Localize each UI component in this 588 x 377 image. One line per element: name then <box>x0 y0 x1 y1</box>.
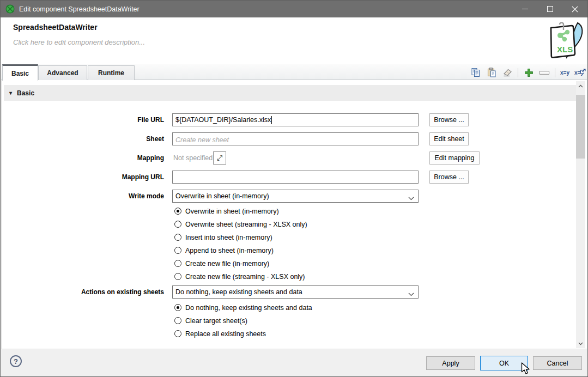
mapping-expand-button[interactable]: ⤢ <box>213 151 226 165</box>
basic-tab-content: ▾ Basic File URL ${DATAOUT_DIR}/Salaries… <box>1 80 587 349</box>
remove-icon[interactable] <box>539 67 550 78</box>
properties-toolbar: x=y x=y <box>470 66 584 79</box>
expand-icon: ⤢ <box>217 154 222 162</box>
help-icon: ? <box>14 357 18 366</box>
radio-button <box>174 221 181 228</box>
collapse-triangle-icon: ▾ <box>9 90 12 96</box>
window-title: Edit component SpreadsheetDataWriter <box>19 5 140 13</box>
radio-button <box>174 234 181 241</box>
scrollbar-thumb[interactable] <box>576 95 585 159</box>
component-header: SpreadsheetDataWriter Click here to edit… <box>1 17 587 64</box>
minimize-button[interactable] <box>512 1 537 17</box>
scroll-up-button[interactable] <box>576 81 585 90</box>
write-mode-label: Write mode <box>2 192 164 200</box>
minimize-icon <box>522 6 528 12</box>
cancel-button[interactable]: Cancel <box>533 356 582 370</box>
edit-sheet-button[interactable]: Edit sheet <box>429 132 469 145</box>
close-icon <box>572 6 578 13</box>
scroll-down-button[interactable] <box>576 339 585 348</box>
simple-mapping-icon[interactable]: x=y <box>560 70 569 76</box>
mapping-url-input[interactable] <box>172 171 419 184</box>
chevron-down-icon <box>408 290 414 298</box>
radio-overwrite-in-sheet[interactable]: Overwrite in sheet (in-memory) <box>174 207 279 215</box>
file-url-input[interactable]: ${DATAOUT_DIR}/Salaries.xlsx <box>172 113 419 126</box>
mapping-external-editor-icon[interactable]: x=y <box>574 70 584 76</box>
clover-app-icon <box>5 4 15 14</box>
write-mode-dropdown[interactable]: Overwrite in sheet (in-memory) <box>172 190 419 203</box>
radio-button <box>174 260 181 267</box>
file-url-browse-button[interactable]: Browse ... <box>429 113 469 126</box>
chevron-down-icon <box>578 342 583 345</box>
tab-basic[interactable]: Basic <box>2 64 38 81</box>
dialog-footer: ? Apply OK Cancel <box>1 349 587 376</box>
radio-create-new-file[interactable]: Create new file (in-memory) <box>174 259 269 267</box>
section-title: Basic <box>17 89 34 97</box>
add-icon[interactable] <box>523 67 534 78</box>
sheet-label: Sheet <box>2 135 164 143</box>
radio-button <box>174 247 181 254</box>
mapping-value: Not specified <box>173 154 213 162</box>
maximize-icon <box>547 6 553 12</box>
radio-append-to-sheet[interactable]: Append to sheet (in-memory) <box>174 246 274 254</box>
toolbar-separator <box>555 68 555 77</box>
mapping-label: Mapping <box>2 154 164 162</box>
ok-button[interactable]: OK <box>480 356 528 370</box>
help-button[interactable]: ? <box>10 355 22 367</box>
radio-overwrite-sheet-streaming[interactable]: Overwrite sheet (streaming - XLSX only) <box>174 220 307 228</box>
radio-create-new-file-streaming[interactable]: Create new file (streaming - XLSX only) <box>174 272 305 281</box>
section-basic-header[interactable]: ▾ Basic <box>4 85 576 101</box>
toolbar-separator <box>518 68 518 77</box>
xls-label: XLS <box>557 45 573 54</box>
mapping-url-label: Mapping URL <box>2 173 164 181</box>
paste-icon[interactable] <box>486 67 497 78</box>
component-description-placeholder[interactable]: Click here to edit component description… <box>13 38 145 46</box>
text-caret <box>271 116 272 124</box>
actions-on-existing-sheets-dropdown[interactable]: Do nothing, keep existing sheets and dat… <box>172 285 419 299</box>
apply-button[interactable]: Apply <box>426 356 475 370</box>
component-name: SpreadsheetDataWriter <box>13 23 98 32</box>
radio-do-nothing[interactable]: Do nothing, keep existing sheets and dat… <box>174 303 312 312</box>
chevron-up-icon <box>578 84 583 88</box>
radio-button <box>174 330 181 337</box>
mapping-url-browse-button[interactable]: Browse ... <box>429 171 469 184</box>
edit-component-dialog: Edit component SpreadsheetDataWriter Spr… <box>0 0 588 377</box>
file-url-label: File URL <box>2 116 164 124</box>
open-external-icon <box>580 66 586 76</box>
close-button[interactable] <box>562 1 587 17</box>
eraser-icon[interactable] <box>502 67 513 78</box>
radio-button <box>174 273 181 280</box>
tab-runtime[interactable]: Runtime <box>88 65 135 80</box>
radio-replace-all-existing-sheets[interactable]: Replace all existing sheets <box>174 330 266 338</box>
xls-file-icon: XLS <box>544 21 586 65</box>
radio-button-checked <box>174 304 181 311</box>
copy-icon[interactable] <box>470 67 481 78</box>
tab-strip: Basic Advanced Runtime <box>1 64 587 80</box>
tab-advanced[interactable]: Advanced <box>38 65 87 80</box>
chevron-down-icon <box>408 194 414 202</box>
sheet-input[interactable] <box>172 132 419 145</box>
edit-mapping-button[interactable]: Edit mapping <box>429 151 480 165</box>
maximize-button[interactable] <box>537 1 562 17</box>
radio-button-checked <box>174 208 181 215</box>
radio-button <box>174 317 181 324</box>
actions-on-existing-sheets-label: Actions on existing sheets <box>2 288 164 296</box>
radio-insert-into-sheet[interactable]: Insert into sheet (in-memory) <box>174 233 272 241</box>
radio-clear-target-sheets[interactable]: Clear target sheet(s) <box>174 317 247 325</box>
titlebar: Edit component SpreadsheetDataWriter <box>1 1 587 17</box>
vertical-scrollbar[interactable] <box>576 81 585 348</box>
